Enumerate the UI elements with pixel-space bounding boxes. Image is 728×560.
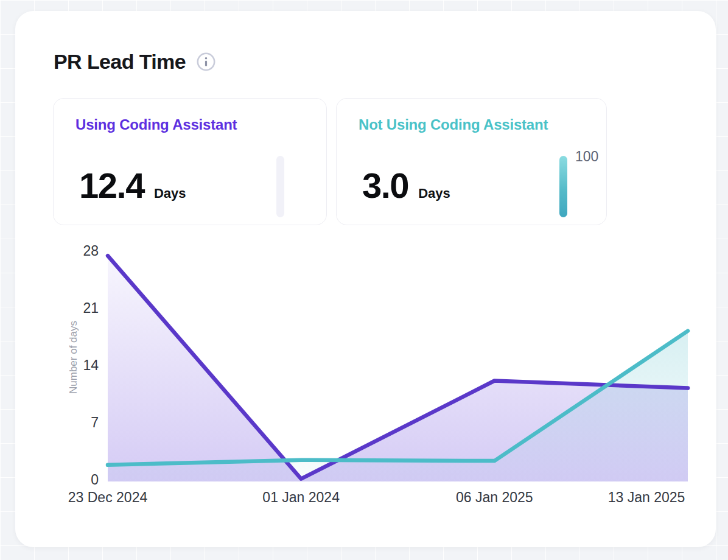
lead-time-chart: Number of days 07142128 23 Dec 202401 Ja…	[0, 0, 728, 560]
chart-canvas	[0, 0, 728, 560]
y-tick: 14	[61, 357, 99, 374]
y-tick: 7	[61, 414, 99, 431]
x-tick: 23 Dec 2024	[41, 489, 175, 506]
y-tick: 0	[61, 471, 99, 488]
x-tick: 01 Jan 2024	[234, 489, 368, 506]
x-tick: 13 Jan 2025	[579, 489, 713, 506]
y-tick: 21	[61, 299, 99, 317]
x-tick: 06 Jan 2025	[427, 489, 561, 506]
y-tick: 28	[61, 242, 99, 259]
